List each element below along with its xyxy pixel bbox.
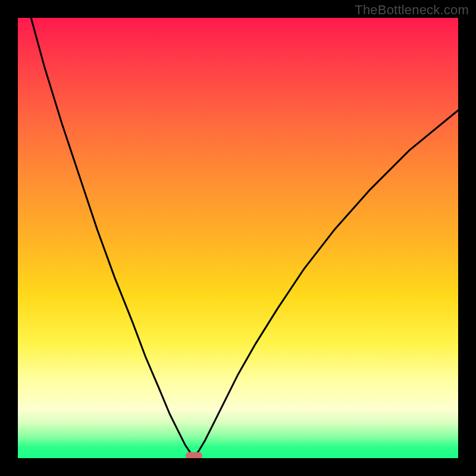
optimum-marker <box>186 452 202 458</box>
plot-area <box>18 18 458 458</box>
chart-frame: TheBottleneck.com <box>0 0 476 476</box>
watermark-text: TheBottleneck.com <box>355 2 469 18</box>
bottleneck-curve <box>18 18 458 458</box>
